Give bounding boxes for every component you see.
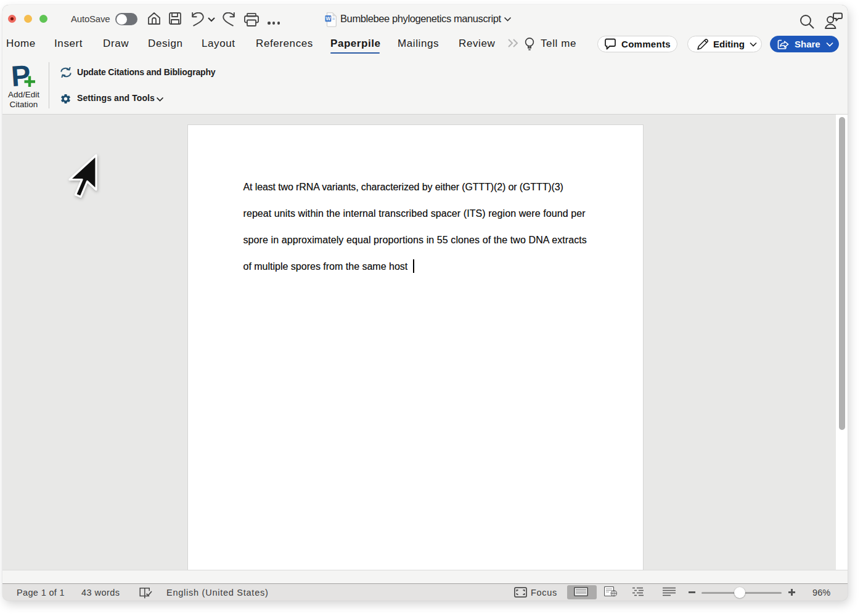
svg-text:W: W: [326, 16, 331, 22]
